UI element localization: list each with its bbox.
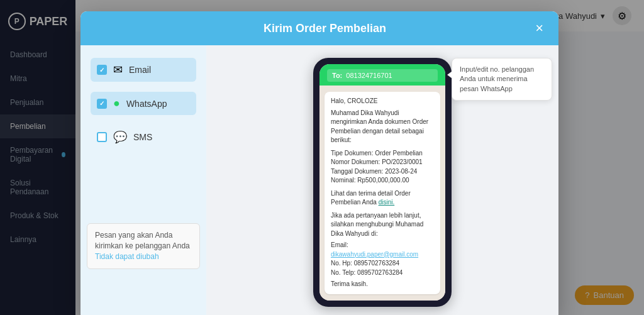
whatsapp-checkbox[interactable]: ✓	[97, 99, 107, 109]
email-checkbox[interactable]: ✓	[97, 65, 107, 75]
message-note: Pesan yang akan Anda kirimkan ke pelangg…	[87, 223, 200, 268]
doc-number: Nomor Dokumen: PO/2023/0001	[331, 158, 434, 167]
check-icon: ✓	[99, 100, 104, 107]
check-icon: ✓	[99, 67, 104, 74]
modal-title: Kirim Order Pembelian	[114, 22, 535, 35]
intro: Muhamad Dika Wahyudi mengirimkan Anda do…	[331, 109, 434, 145]
telp-contact: No. Telp: 0895702763284	[331, 268, 434, 278]
phone-header: To: 081324716701	[319, 64, 445, 86]
modal-kirim-order: Kirim Order Pembelian × ✓ ✉ Email ✓ ● Wh…	[80, 11, 558, 315]
phone-mockup: To: 081324716701 Halo, CROLOZE Muhamad D…	[313, 58, 452, 307]
phone-to-row: To: 081324716701	[327, 69, 438, 82]
modal-header: Kirim Order Pembelian ×	[80, 11, 558, 45]
greeting: Halo, CROLOZE	[331, 97, 434, 106]
doc-type: Tipe Dokumen: Order Pembelian	[331, 149, 434, 158]
phone-preview-panel: To: 081324716701 Halo, CROLOZE Muhamad D…	[206, 45, 558, 315]
doc-date: Tanggal Dokumen: 2023-08-24	[331, 167, 434, 177]
support-text: Jika ada pertanyaan lebih lanjut, silahk…	[331, 211, 434, 239]
nominal: Nominal: Rp500,000,000.00	[331, 176, 434, 185]
cta-text: Lihat dan terima detail Order Pembelian …	[331, 189, 434, 207]
channel-item-sms[interactable]: 💬 SMS	[91, 125, 196, 149]
email-label: Email	[129, 65, 151, 75]
email-link[interactable]: dikawahyudi.paper@gmail.com	[331, 251, 418, 258]
message-note-link[interactable]: Tidak dapat diubah	[95, 252, 159, 261]
channel-item-whatsapp[interactable]: ✓ ● WhatsApp	[91, 92, 196, 115]
whatsapp-tooltip: Input/edit no. pelanggan Anda untuk mene…	[452, 58, 552, 101]
phone-screen: To: 081324716701 Halo, CROLOZE Muhamad D…	[319, 64, 445, 301]
cta-link[interactable]: disini.	[379, 199, 395, 206]
sms-icon: 💬	[113, 130, 127, 144]
phone-contact: No. Hp: 0895702763284	[331, 259, 434, 268]
message-bubble: Halo, CROLOZE Muhamad Dika Wahyudi mengi…	[325, 92, 440, 294]
sms-checkbox[interactable]	[97, 132, 107, 142]
modal-close-button[interactable]: ×	[535, 21, 543, 35]
whatsapp-icon: ●	[113, 97, 120, 110]
closing: Terima kasih.	[331, 280, 434, 289]
phone-message-area: Halo, CROLOZE Muhamad Dika Wahyudi mengi…	[319, 86, 445, 301]
email-contact: Email: dikawahyudi.paper@gmail.com	[331, 241, 434, 259]
message-note-text: Pesan yang akan Anda kirimkan ke pelangg…	[95, 231, 190, 250]
whatsapp-label: WhatsApp	[126, 99, 167, 109]
phone-number[interactable]: 081324716701	[346, 72, 392, 79]
channel-selection-panel: ✓ ✉ Email ✓ ● WhatsApp 💬 SMS Pe	[80, 45, 206, 315]
channel-item-email[interactable]: ✓ ✉ Email	[91, 58, 196, 82]
email-icon: ✉	[113, 63, 123, 77]
modal-body: ✓ ✉ Email ✓ ● WhatsApp 💬 SMS Pe	[80, 45, 558, 315]
to-label: To:	[332, 72, 342, 79]
sms-label: SMS	[133, 132, 152, 142]
